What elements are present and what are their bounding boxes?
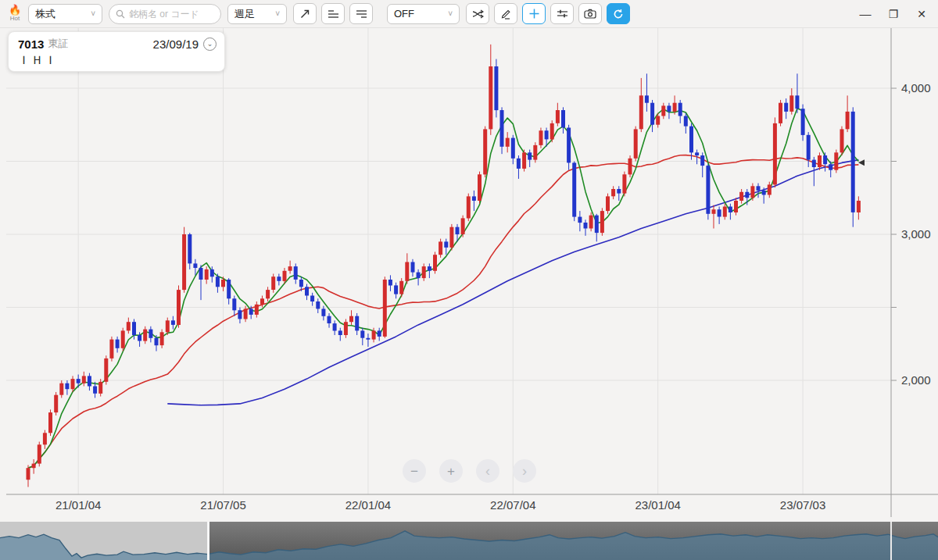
timeframe-value: 週足 xyxy=(234,7,255,21)
chevron-down-icon: ˅ xyxy=(91,9,95,18)
close-button[interactable]: ✕ xyxy=(910,2,933,26)
sliders-icon xyxy=(557,9,568,19)
svg-text:22/01/04: 22/01/04 xyxy=(345,498,391,512)
quote-date: 23/09/19 xyxy=(153,37,199,51)
svg-text:23/01/04: 23/01/04 xyxy=(635,498,680,512)
pencil-icon xyxy=(500,9,511,20)
market-type-value: 株式 xyxy=(35,7,55,21)
svg-text:4,000: 4,000 xyxy=(901,81,931,95)
hot-menu-button[interactable]: 🔥 Hot xyxy=(2,5,28,22)
symbol-code: 7013 xyxy=(18,37,44,51)
svg-text:21/01/04: 21/01/04 xyxy=(55,498,101,512)
symbol-search-input[interactable] xyxy=(129,9,215,20)
compare-button[interactable] xyxy=(466,3,489,24)
timeframe-dropdown[interactable]: 週足 ˅ xyxy=(227,4,287,24)
refresh-icon xyxy=(613,9,624,20)
chart-settings-button[interactable] xyxy=(550,3,574,24)
price-chart[interactable]: 4,0003,0002,00021/01/0421/07/0522/01/042… xyxy=(0,28,938,522)
indicator-value: OFF xyxy=(394,8,414,20)
minimize-button[interactable]: — xyxy=(854,2,877,26)
crosshair-add-button[interactable] xyxy=(522,3,546,24)
symbol-search[interactable] xyxy=(109,4,221,24)
pan-left-button[interactable]: ‹ xyxy=(476,459,499,483)
align-lines-right-icon xyxy=(356,9,367,19)
history-navigator[interactable] xyxy=(0,522,938,560)
draw-button[interactable] xyxy=(494,3,517,24)
align-lines-left-icon xyxy=(328,9,339,19)
svg-text:21/07/05: 21/07/05 xyxy=(200,498,245,512)
arrow-up-right-icon xyxy=(299,9,310,20)
indicator-dropdown[interactable]: OFF ˅ xyxy=(387,4,460,24)
hot-label: Hot xyxy=(10,15,20,22)
symbol-name: ＩＨＩ xyxy=(18,53,217,68)
trend-line-button[interactable] xyxy=(293,3,317,24)
toolbar: 🔥 Hot 株式 ˅ 週足 ˅ xyxy=(0,0,938,28)
camera-icon xyxy=(584,9,596,19)
chevron-down-icon: ˅ xyxy=(275,9,280,18)
screenshot-button[interactable] xyxy=(578,3,602,24)
restore-button[interactable]: ❐ xyxy=(882,2,905,26)
pan-right-button[interactable]: › xyxy=(513,459,536,483)
svg-text:3,000: 3,000 xyxy=(901,227,931,241)
svg-text:22/07/04: 22/07/04 xyxy=(490,498,535,512)
market-type-dropdown[interactable]: 株式 ˅ xyxy=(28,4,102,24)
left-scale-button[interactable] xyxy=(321,3,345,24)
zoom-controls: − + ‹ › xyxy=(403,459,550,483)
zoom-out-button[interactable]: − xyxy=(403,459,426,483)
window-controls: — ❐ ✕ xyxy=(854,2,938,26)
shuffle-icon xyxy=(472,9,484,20)
right-scale-button[interactable] xyxy=(349,3,373,24)
chevron-down-icon: ˅ xyxy=(448,9,453,18)
svg-text:2,000: 2,000 xyxy=(901,373,931,387)
symbol-exchange: 東証 xyxy=(48,37,152,51)
expand-chevron-icon[interactable]: ⌄ xyxy=(203,37,217,51)
svg-text:23/07/03: 23/07/03 xyxy=(780,498,825,512)
flame-icon: 🔥 xyxy=(9,5,21,15)
refresh-button[interactable] xyxy=(607,3,630,24)
plus-icon xyxy=(528,8,540,20)
zoom-in-button[interactable]: + xyxy=(439,459,463,483)
symbol-info-card[interactable]: 7013 東証 23/09/19 ⌄ ＩＨＩ xyxy=(8,31,225,72)
chart-area: 4,0003,0002,00021/01/0421/07/0522/01/042… xyxy=(0,28,938,522)
search-icon xyxy=(116,9,125,19)
